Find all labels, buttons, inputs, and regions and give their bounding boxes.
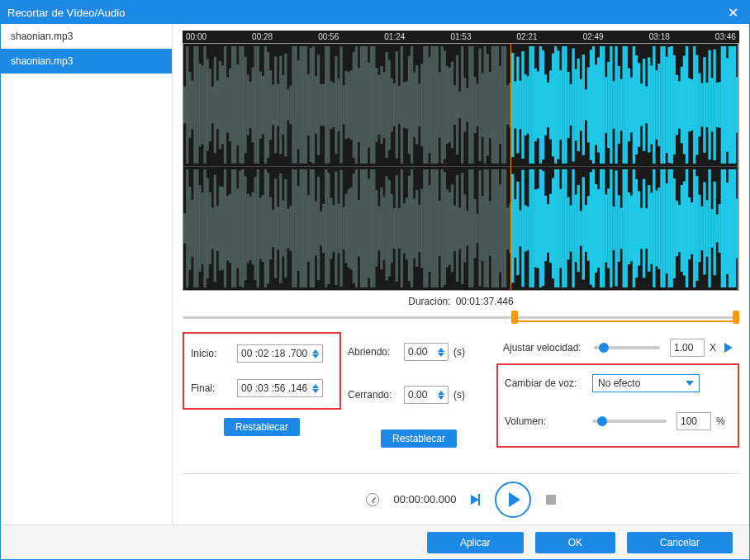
svg-rect-123 [494,46,496,164]
speed-value: 1.00 [674,342,693,354]
chevron-up-icon[interactable] [438,348,444,352]
fade-out-spinner[interactable] [438,391,444,400]
scrubber-handle-start[interactable] [511,311,518,324]
svg-rect-118 [481,73,483,136]
svg-rect-329 [458,207,461,249]
svg-rect-125 [499,66,501,144]
scrubber-handle-end[interactable] [733,311,739,324]
selection-region[interactable] [510,44,738,290]
svg-rect-246 [249,197,251,260]
svg-rect-99 [433,46,435,164]
svg-rect-238 [229,194,231,263]
svg-rect-50 [310,48,312,162]
tick-label: 01:24 [384,32,405,41]
fade-in-spinner[interactable] [438,348,444,357]
chevron-down-icon[interactable] [312,354,319,358]
voice-volume-panel: Cambiar de voz: No efecto Volumen: [496,363,739,448]
svg-rect-18 [229,69,231,142]
speed-slider-thumb[interactable] [599,343,609,353]
svg-rect-26 [249,82,251,128]
svg-rect-72 [365,46,368,164]
play-button[interactable] [495,482,531,518]
svg-rect-335 [473,199,476,259]
volume-slider-thumb[interactable] [597,416,607,426]
svg-rect-21 [236,64,239,145]
fade-unit: (s) [453,389,465,401]
svg-rect-293 [368,179,370,278]
svg-rect-14 [219,61,221,149]
chevron-up-icon[interactable] [438,391,444,395]
svg-rect-90 [411,46,413,164]
chevron-down-icon[interactable] [312,389,319,393]
play-preview-icon[interactable] [724,343,733,353]
apply-button[interactable]: Aplicar [427,532,524,553]
svg-rect-223 [191,200,193,258]
svg-rect-269 [307,195,310,262]
reset-trim-button[interactable]: Restablecar [224,418,300,436]
svg-rect-111 [463,78,466,132]
svg-rect-79 [382,72,385,138]
svg-rect-279 [332,205,335,251]
svg-rect-224 [193,169,196,287]
volume-value: 100 [681,415,697,427]
start-time-input[interactable]: 00 :02 :18 .700 [237,344,323,363]
close-icon[interactable]: ✕ [723,2,743,22]
svg-rect-31 [262,76,264,134]
voice-select[interactable]: No efecto [592,374,700,392]
fade-in-value: 0.00 [408,346,427,358]
svg-rect-267 [302,169,305,287]
svg-rect-119 [483,46,486,164]
range-scrubber[interactable] [183,312,739,322]
waveform-view[interactable] [183,43,739,291]
chevron-down-icon [686,381,694,386]
fade-unit: (s) [453,346,465,358]
chevron-up-icon[interactable] [312,349,319,354]
svg-rect-284 [344,193,347,263]
svg-rect-348 [506,207,509,249]
svg-rect-310 [411,169,413,287]
svg-rect-69 [358,68,360,142]
fade-out-input[interactable]: 0.00 [404,386,449,404]
volume-slider[interactable] [592,420,667,423]
skip-to-start-button[interactable] [471,494,480,505]
stop-button[interactable] [546,495,556,505]
svg-rect-336 [476,214,478,243]
svg-rect-23 [241,46,244,164]
svg-rect-314 [420,189,423,268]
end-label: Final: [191,382,232,394]
svg-rect-66 [350,70,353,140]
tick-label: 03:18 [649,32,670,41]
svg-rect-291 [363,169,365,287]
ok-button[interactable]: OK [535,532,615,553]
reset-fade-button[interactable]: Restablecar [381,429,457,448]
svg-rect-71 [363,46,365,164]
svg-rect-9 [206,59,208,150]
svg-rect-262 [289,206,292,251]
svg-rect-337 [478,170,481,287]
end-time-input[interactable]: 00 :03 :56 .146 [237,379,323,397]
svg-rect-234 [219,186,221,270]
start-spinner[interactable] [312,349,319,358]
svg-rect-274 [320,211,322,246]
svg-rect-242 [239,171,241,287]
sidebar-item-file[interactable]: shaonian.mp3 [1,49,172,74]
chevron-down-icon[interactable] [438,353,444,357]
svg-rect-296 [375,190,377,267]
speed-slider[interactable] [594,346,660,349]
chevron-up-icon[interactable] [312,384,319,388]
end-spinner[interactable] [312,384,319,393]
svg-rect-126 [501,46,504,164]
svg-rect-255 [272,210,274,247]
clock-icon [366,493,379,506]
svg-rect-264 [294,169,297,287]
speed-input[interactable]: 1.00 [670,339,705,357]
chevron-down-icon[interactable] [438,396,444,400]
svg-rect-53 [317,55,320,154]
cancel-button[interactable]: Cancelar [627,532,733,553]
titlebar: Recortar de Vídeo/Audio ✕ [1,1,749,24]
sidebar-item-file[interactable]: shaonian.mp3 [1,24,172,49]
svg-rect-266 [299,169,301,287]
fade-in-input[interactable]: 0.00 [404,343,449,361]
svg-rect-62 [339,46,342,163]
volume-input[interactable]: 100 [676,412,711,430]
